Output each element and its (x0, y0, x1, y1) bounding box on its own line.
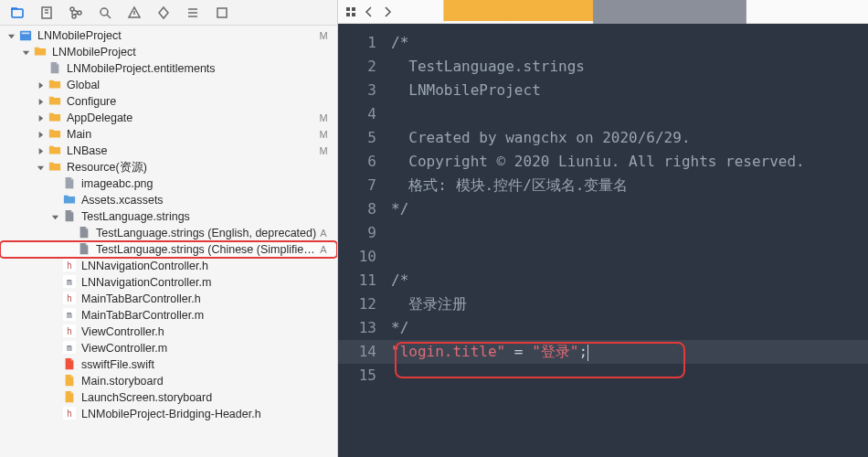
editor-pane: LNMobileProject〉LN...oject〉Res...源)〉Test… (338, 0, 868, 457)
scm-status: M (317, 129, 330, 140)
tree-row[interactable]: AppDelegateM (0, 110, 337, 126)
tree-row[interactable]: mViewController.m (0, 340, 337, 356)
tree-row[interactable]: TestLanguage.strings (0, 208, 337, 225)
nav-symbols-icon[interactable] (68, 5, 84, 21)
line-number: 11 (338, 269, 391, 292)
tree-item-label: Configure (67, 95, 317, 108)
nav-folder-icon[interactable] (9, 5, 26, 21)
nav-source-icon[interactable] (38, 5, 55, 21)
disclosure-triangle-icon[interactable] (20, 47, 31, 58)
disclosure-triangle-icon[interactable] (35, 162, 46, 173)
tree-row[interactable]: hLNNavigationController.h (0, 258, 337, 274)
tree-item-label: LNNavigationController.h (81, 260, 317, 272)
code-line[interactable]: 4 (338, 102, 868, 126)
tree-row[interactable]: Assets.xcassets (0, 192, 337, 208)
tree-item-label: TestLanguage.strings (English, deprecate… (96, 227, 317, 239)
disclosure-triangle-icon[interactable] (5, 30, 16, 41)
disclosure-triangle-icon[interactable] (35, 80, 46, 90)
nav-breakpoint-icon[interactable] (214, 5, 230, 21)
folder-icon (48, 161, 62, 174)
h-icon: h (62, 325, 77, 338)
code-line[interactable]: 6 Copyright © 2020 Liuniu. All rights re… (338, 150, 868, 174)
folder-icon (48, 128, 62, 141)
line-number: 9 (338, 221, 391, 245)
project-navigator: LNMobileProjectMLNMobileProjectLNMobileP… (0, 0, 338, 457)
code-line[interactable]: 7 格式: 模块.控件/区域名.变量名 (338, 174, 868, 197)
tree-row[interactable]: LNMobileProject (0, 44, 337, 60)
disclosure-triangle-icon[interactable] (35, 145, 46, 156)
line-number: 1 (338, 31, 391, 55)
tree-item-label: sswiftFile.swift (81, 358, 317, 371)
tree-row[interactable]: Configure (0, 93, 337, 110)
code-text: Created by wangchx on 2020/6/29. (391, 126, 691, 150)
line-number: 10 (338, 245, 391, 269)
folder-icon (33, 46, 48, 58)
line-number: 5 (338, 126, 391, 150)
strings-icon (77, 243, 91, 256)
code-line[interactable]: 12 登录注册 (338, 292, 868, 316)
tree-item-label: MainTabBarController.m (81, 309, 317, 322)
svg-text:h: h (67, 408, 72, 418)
code-line[interactable]: 10 (338, 245, 868, 269)
svg-text:h: h (67, 292, 72, 303)
code-text: 登录注册 (391, 292, 467, 316)
code-line[interactable]: 1/* (338, 31, 868, 55)
proj-icon (18, 29, 33, 42)
tree-row[interactable]: Main.storyboard (0, 373, 337, 389)
disclosure-triangle-icon[interactable] (49, 211, 60, 222)
tree-row[interactable]: MainM (0, 126, 337, 143)
tree-row[interactable]: LNMobileProjectM (0, 27, 337, 44)
navigator-toolbar (0, 0, 337, 26)
svg-point-12 (72, 15, 76, 18)
swift-icon (62, 358, 77, 371)
tree-row[interactable]: mLNNavigationController.m (0, 274, 337, 291)
strings-icon (62, 210, 77, 223)
folder-icon (48, 95, 62, 108)
line-number: 2 (338, 55, 391, 79)
file-tree[interactable]: LNMobileProjectMLNMobileProjectLNMobileP… (0, 26, 337, 457)
svg-text:m: m (67, 309, 72, 319)
tree-row[interactable]: LNBaseM (0, 143, 337, 159)
nav-debug-icon[interactable] (185, 5, 201, 21)
tree-row[interactable]: LaunchScreen.storyboard (0, 389, 337, 406)
code-line[interactable]: 15 (338, 364, 868, 388)
code-line[interactable]: 11/* (338, 269, 868, 292)
tree-row[interactable]: TestLanguage.strings (Chinese (Simplifie… (0, 241, 337, 258)
code-line[interactable]: 9 (338, 221, 868, 245)
svg-line-14 (107, 15, 111, 18)
tree-row[interactable]: hMainTabBarController.h (0, 291, 337, 307)
code-line[interactable]: 8*/ (338, 197, 868, 221)
m-icon: m (62, 309, 77, 322)
scm-status: A (317, 228, 330, 239)
tree-row[interactable]: Global (0, 77, 337, 93)
scm-status: M (317, 112, 330, 123)
tree-row[interactable]: LNMobileProject.entitlements (0, 60, 337, 77)
code-line[interactable]: 2 TestLanguage.strings (338, 55, 868, 79)
tree-row[interactable]: Resource(资源) (0, 159, 337, 175)
tree-row[interactable]: hViewController.h (0, 324, 337, 340)
tree-item-label: LNMobileProject.entitlements (67, 62, 317, 75)
code-text: */ (391, 316, 408, 340)
disclosure-triangle-icon[interactable] (35, 129, 46, 140)
tree-row[interactable]: mMainTabBarController.m (0, 307, 337, 324)
tree-item-label: Resource(资源) (67, 160, 317, 175)
line-number: 13 (338, 316, 391, 340)
tree-row[interactable]: TestLanguage.strings (English, deprecate… (0, 225, 337, 241)
nav-tests-icon[interactable] (155, 5, 172, 21)
tree-row[interactable]: imageabc.png (0, 175, 337, 192)
tree-row[interactable]: hLNMobileProject-Bridging-Header.h (0, 406, 337, 422)
disclosure-triangle-icon[interactable] (35, 112, 46, 123)
tree-item-label: Global (67, 79, 317, 91)
tree-item-label: AppDelegate (67, 112, 317, 124)
nav-issues-icon[interactable] (126, 5, 143, 21)
folder-icon (48, 144, 62, 157)
code-line[interactable]: 13*/ (338, 316, 868, 340)
code-line[interactable]: 3 LNMobileProject (338, 79, 868, 102)
nav-search-icon[interactable] (97, 5, 113, 21)
code-line[interactable]: 14"login.title" = "登录"; (338, 340, 868, 364)
related-items-icon[interactable] (344, 5, 358, 19)
disclosure-triangle-icon[interactable] (35, 96, 46, 107)
code-line[interactable]: 5 Created by wangchx on 2020/6/29. (338, 126, 868, 150)
tree-row[interactable]: sswiftFile.swift (0, 356, 337, 373)
code-editor[interactable]: 1/*2 TestLanguage.strings3 LNMobileProje… (338, 24, 868, 457)
